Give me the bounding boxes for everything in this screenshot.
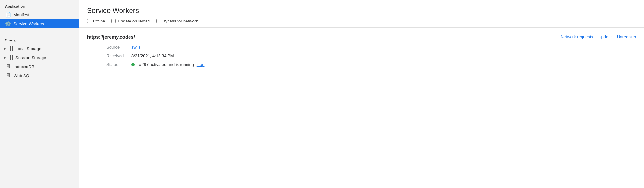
sidebar: Application 📄 Manifest ⚙️ Service Worker… bbox=[0, 0, 79, 188]
sidebar-item-indexed-db[interactable]: 🗄 IndexedDB bbox=[0, 62, 79, 71]
sidebar-item-local-storage-label: Local Storage bbox=[15, 46, 41, 51]
db-icon-indexed: 🗄 bbox=[5, 64, 11, 69]
status-row: Status #297 activated and is running sto… bbox=[106, 62, 636, 67]
network-requests-link[interactable]: Network requests bbox=[561, 34, 593, 39]
grid-icon-session-storage bbox=[8, 55, 14, 60]
sidebar-item-session-storage[interactable]: ▶ Session Storage bbox=[0, 53, 79, 62]
offline-label: Offline bbox=[93, 19, 105, 23]
sidebar-item-manifest[interactable]: 📄 Manifest bbox=[0, 10, 79, 19]
sidebar-item-session-storage-label: Session Storage bbox=[15, 55, 46, 60]
sidebar-divider bbox=[0, 31, 79, 31]
source-row: Source sw.js bbox=[106, 45, 636, 49]
status-text: #297 activated and is running bbox=[139, 62, 194, 67]
storage-section-label: Storage bbox=[0, 34, 79, 44]
stop-link[interactable]: stop bbox=[197, 62, 205, 67]
sidebar-item-manifest-label: Manifest bbox=[14, 13, 29, 17]
offline-checkbox-label[interactable]: Offline bbox=[87, 19, 105, 23]
update-on-reload-checkbox[interactable] bbox=[111, 19, 116, 23]
db-icon-web-sql: 🗄 bbox=[5, 73, 11, 78]
sw-entry-header: https://jeremy.codes/ Network requests U… bbox=[87, 34, 636, 40]
chevron-right-icon: ▶ bbox=[3, 47, 7, 50]
offline-checkbox[interactable] bbox=[87, 19, 91, 23]
checkbox-row: Offline Update on reload Bypass for netw… bbox=[87, 19, 636, 23]
update-on-reload-label: Update on reload bbox=[118, 19, 150, 23]
sw-content: https://jeremy.codes/ Network requests U… bbox=[79, 28, 644, 80]
bypass-for-network-checkbox-label[interactable]: Bypass for network bbox=[156, 19, 198, 23]
sidebar-item-service-workers-label: Service Workers bbox=[14, 22, 44, 26]
bypass-for-network-checkbox[interactable] bbox=[156, 19, 160, 23]
received-value: 8/21/2021, 4:13:34 PM bbox=[131, 53, 174, 58]
update-on-reload-checkbox-label[interactable]: Update on reload bbox=[111, 19, 150, 23]
received-row: Received 8/21/2021, 4:13:34 PM bbox=[106, 53, 636, 58]
main-content-area: Service Workers Offline Update on reload… bbox=[79, 0, 644, 188]
bypass-for-network-label: Bypass for network bbox=[162, 19, 198, 23]
application-section-label: Application bbox=[0, 0, 79, 10]
doc-icon: 📄 bbox=[5, 12, 11, 18]
status-value: #297 activated and is running stop bbox=[131, 62, 204, 67]
status-dot bbox=[131, 63, 135, 66]
sw-actions: Network requests Update Unregister bbox=[561, 34, 636, 39]
main-header: Service Workers Offline Update on reload… bbox=[79, 0, 644, 28]
sw-entry: https://jeremy.codes/ Network requests U… bbox=[87, 34, 636, 67]
received-label: Received bbox=[106, 53, 129, 58]
page-title: Service Workers bbox=[87, 6, 636, 15]
sidebar-item-web-sql[interactable]: 🗄 Web SQL bbox=[0, 71, 79, 80]
source-link[interactable]: sw.js bbox=[131, 45, 140, 49]
chevron-right-icon-session: ▶ bbox=[3, 56, 7, 59]
sw-origin: https://jeremy.codes/ bbox=[87, 34, 135, 40]
gear-icon: ⚙️ bbox=[5, 21, 11, 27]
source-label: Source bbox=[106, 45, 129, 49]
status-label: Status bbox=[106, 62, 129, 67]
sidebar-item-service-workers[interactable]: ⚙️ Service Workers bbox=[0, 19, 79, 28]
unregister-link[interactable]: Unregister bbox=[617, 34, 636, 39]
sidebar-item-local-storage[interactable]: ▶ Local Storage bbox=[0, 44, 79, 53]
sidebar-item-indexed-db-label: IndexedDB bbox=[14, 64, 34, 69]
update-link[interactable]: Update bbox=[598, 34, 612, 39]
grid-icon-local-storage bbox=[8, 46, 14, 51]
sidebar-item-web-sql-label: Web SQL bbox=[14, 73, 32, 78]
